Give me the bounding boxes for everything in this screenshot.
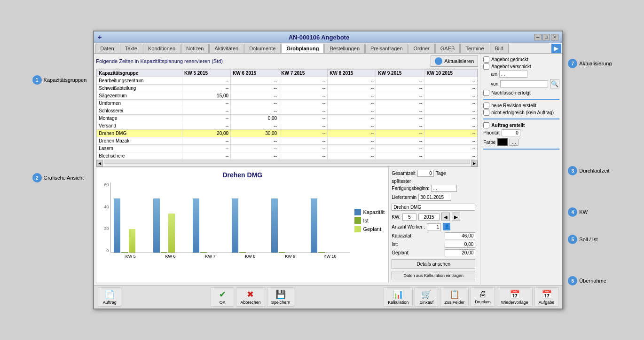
tab-bild[interactable]: Bild: [490, 44, 509, 53]
angebot-gedruckt-check[interactable]: [483, 56, 489, 63]
bar-kapazitat-5: [311, 198, 317, 253]
kalkulation-btn[interactable]: Daten aus Kalkulation eintragen: [392, 271, 475, 280]
tab-daten[interactable]: Daten: [95, 44, 119, 53]
tab-bestellungen[interactable]: Bestellungen: [324, 44, 365, 53]
fertigungsbeginn-input[interactable]: [431, 185, 457, 192]
nachfassen-check[interactable]: [483, 90, 489, 96]
table-row[interactable]: Montage--0,00--------: [97, 115, 478, 122]
geplant-row: Geplant:: [392, 249, 475, 256]
table-row[interactable]: Schweißabteilung------------: [97, 85, 478, 92]
close-button[interactable]: ✕: [551, 34, 558, 40]
toolbar-einkauf-btn[interactable]: 🛒 Einkauf: [415, 287, 438, 307]
col-header-kw5: KW 5 2015: [182, 70, 231, 77]
tab-preisanfragen[interactable]: Preisanfragen: [365, 44, 408, 53]
color-box[interactable]: [497, 138, 508, 146]
kw-year-input[interactable]: [418, 213, 440, 221]
bar-ist-0: [121, 252, 128, 253]
angebot-verschickt-check[interactable]: [483, 63, 489, 70]
col-header-kw8: KW 8 2015: [328, 70, 376, 77]
table-row[interactable]: Drehen DMG20,0030,00--------: [97, 130, 478, 137]
auftrag-label: Auftrag: [103, 300, 117, 305]
annotation-kapazitatsgruppen: 1 Kapazitätsgruppen: [32, 75, 87, 85]
gesamtzeit-label: Gesamtzeit: [392, 171, 416, 176]
toolbar-ok-btn[interactable]: ✔ OK: [211, 287, 234, 307]
workers-icon[interactable]: 👤: [443, 223, 450, 230]
tab-scroll-arrow[interactable]: ▶: [551, 44, 561, 53]
tab-aktivitaten[interactable]: Aktivitäten: [209, 44, 243, 53]
minimize-button[interactable]: ─: [534, 34, 542, 40]
tab-ordner[interactable]: Ordner: [408, 44, 435, 53]
auftrag-icon: 📄: [104, 289, 115, 300]
update-label: Aktualisieren: [444, 58, 474, 64]
von-search-btn[interactable]: 🔍: [550, 79, 559, 88]
maximize-button[interactable]: □: [542, 34, 550, 40]
prioritat-input[interactable]: [502, 129, 520, 136]
scroll-left-btn[interactable]: ◀: [96, 160, 103, 166]
anzahl-input[interactable]: [427, 223, 441, 230]
table-row[interactable]: Drehen Mazak------------: [97, 137, 478, 145]
kalkulation-icon: 📊: [393, 289, 403, 300]
color-picker-btn[interactable]: ...: [510, 139, 518, 146]
ist-input[interactable]: [445, 241, 475, 248]
am-input[interactable]: [499, 71, 527, 78]
table-row[interactable]: Sägezentrum15,00----------: [97, 92, 478, 100]
scroll-right-btn[interactable]: ▶: [471, 160, 478, 166]
table-row[interactable]: Schlosserei------------: [97, 107, 478, 115]
table-row[interactable]: Versand------------: [97, 122, 478, 130]
scroll-track[interactable]: [104, 160, 470, 164]
auftrag-check[interactable]: [483, 122, 489, 128]
x-label-1: KW 6: [150, 254, 190, 259]
geplant-input[interactable]: [445, 249, 475, 256]
tab-termine[interactable]: Termine: [460, 44, 489, 53]
toolbar-left: 📄 Auftrag: [98, 287, 121, 307]
col-header-gruppe: Kapazitätsgruppe: [97, 70, 182, 77]
kapazitat-input[interactable]: [445, 232, 475, 239]
kw-row: KW: ◀ ▶: [392, 213, 475, 221]
update-button[interactable]: Aktualisieren: [431, 55, 478, 67]
annotation-label-2: Grafische Ansicht: [44, 175, 84, 181]
toolbar-abbrechen-btn[interactable]: ✖ Abbrechen: [236, 287, 265, 307]
tab-konditionen[interactable]: Konditionen: [143, 44, 181, 53]
bar-ist-1: [161, 252, 167, 253]
update-icon: [435, 57, 442, 65]
annotation-soll-ist: 5 Soll / Ist: [568, 235, 612, 244]
anzahl-row: Anzahl Werker : 👤: [392, 223, 475, 230]
nachfassen-row: Nachfassen erfolgt: [483, 90, 559, 96]
annotation-label-5: Soll / Ist: [579, 237, 597, 242]
toolbar-drucken-btn[interactable]: 🖨 Drucken: [471, 287, 495, 307]
title-bar: + AN-000106 Angebote ─ □ ✕: [94, 32, 562, 43]
tab-dokumente[interactable]: Dokumente: [244, 44, 281, 53]
scroll-controls: ◀ ▶: [96, 160, 478, 166]
table-row[interactable]: Blechschere------------: [97, 152, 478, 160]
toolbar-speichern-btn[interactable]: 💾 Speichern: [267, 287, 295, 307]
bar-kapazitat-0: [114, 198, 120, 253]
tab-notizen[interactable]: Notizen: [181, 44, 209, 53]
nicht-erfolgreich-check[interactable]: [483, 110, 489, 116]
tab-gaeb[interactable]: GAEB: [435, 44, 460, 53]
gesamtzeit-input[interactable]: [417, 170, 434, 177]
neue-revision-check[interactable]: [483, 103, 489, 109]
table-row[interactable]: Bearbeitungszentrum------------: [97, 77, 478, 85]
table-scroll[interactable]: Kapazitätsgruppe KW 5 2015 KW 6 2015 KW …: [96, 69, 478, 160]
name-input[interactable]: [392, 204, 475, 211]
aufgabe-icon: 📅: [542, 289, 552, 300]
details-ansehen-btn[interactable]: Details ansehen: [392, 259, 475, 269]
kw-label: KW:: [392, 214, 401, 220]
kw-prev-btn[interactable]: ◀: [441, 213, 450, 221]
tab-grobplanung[interactable]: Grobplanung: [281, 44, 324, 53]
table-row[interactable]: Umformen------------: [97, 100, 478, 107]
von-input[interactable]: [500, 80, 548, 87]
kw-next-btn[interactable]: ▶: [452, 213, 460, 221]
toolbar-aufgabe-btn[interactable]: 📅 Aufgabe: [534, 287, 559, 307]
kw-input[interactable]: [402, 213, 416, 221]
speichern-icon: 💾: [275, 289, 286, 300]
liefertermin-input[interactable]: [418, 194, 451, 201]
toolbar-wiedervorlage-btn[interactable]: 📅 Wiedervorlage: [497, 287, 533, 307]
far-right-panel: Angebot gedruckt Angebot verschickt am v…: [480, 54, 562, 285]
table-row[interactable]: Lasern------------: [97, 145, 478, 152]
wiedervorlage-icon: 📅: [510, 289, 520, 300]
toolbar-auftrag-btn[interactable]: 📄 Auftrag: [98, 287, 121, 307]
toolbar-zusfelder-btn[interactable]: 📋 Zus.Felder: [440, 287, 469, 307]
tab-texte[interactable]: Texte: [120, 44, 142, 53]
toolbar-kalkulation-btn[interactable]: 📊 Kalkulation: [384, 287, 413, 307]
